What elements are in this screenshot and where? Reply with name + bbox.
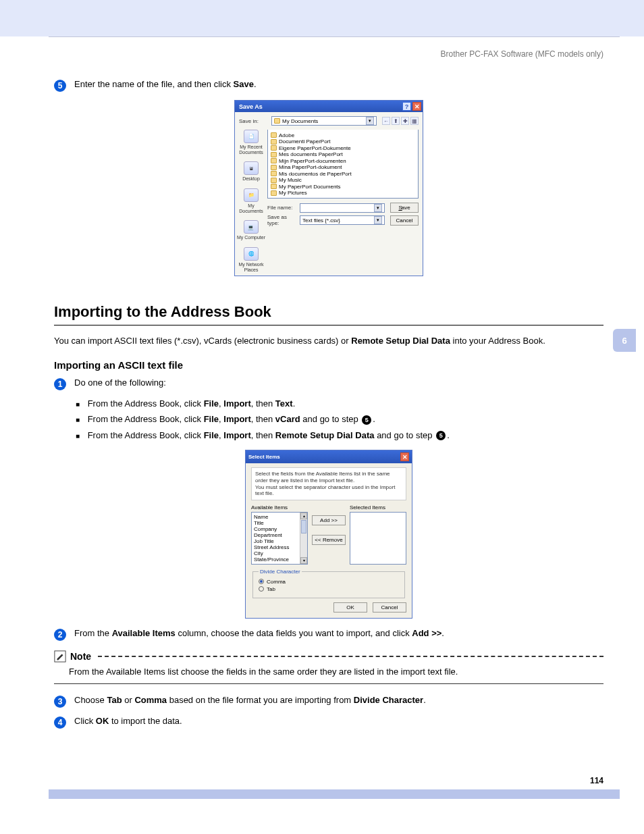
bullet-remote: From the Address Book, click File, Impor… [76,430,603,441]
file-dialog-toolbar: ← ⬆ ✚ ▦ [382,117,419,125]
save-as-dialog: Save As ? ✕ Save in: My Documents ▾ ← ⬆ … [234,100,423,276]
doc-header: Brother PC-FAX Software (MFC models only… [0,49,603,59]
save-in-label: Save in: [239,118,269,124]
note-body: From the Available Items list choose the… [69,667,603,677]
step-3-text: Choose Tab or Comma based on the file fo… [74,695,426,705]
selected-label: Selected Items [350,504,406,511]
radio-icon [259,586,264,592]
cancel-button[interactable]: Cancel [373,602,406,613]
add-button[interactable]: Add >> [312,515,346,525]
close-icon[interactable]: ✕ [412,102,421,111]
folder-item[interactable]: Mes documents PaperPort [279,151,343,157]
ok-button[interactable]: OK [333,602,367,613]
list-item[interactable]: Job Title [254,538,305,544]
chevron-down-icon[interactable]: ▾ [374,216,382,224]
list-item[interactable]: Title [254,520,305,526]
list-item[interactable]: Street Address [254,544,305,550]
folder-item[interactable]: Eigene PaperPort-Dokumente [279,145,351,151]
top-rule [49,36,620,37]
filename-label: File name: [267,205,297,211]
place-recent[interactable]: 📄My Recent Documents [236,130,266,155]
step-5: 5 Enter the name of the file, and then c… [54,79,603,92]
chapter-tab: 6 [613,329,636,352]
step-badge-2: 2 [54,629,66,641]
dialog-titlebar: Select Items ✕ [246,450,412,463]
scrollbar[interactable]: ▴ ▾ [300,513,307,564]
scroll-up-icon[interactable]: ▴ [300,513,307,519]
folder-icon [274,118,280,124]
save-in-value: My Documents [282,118,318,124]
dialog-title: Select Items [248,454,280,460]
note-divider [98,656,603,657]
help-icon[interactable]: ? [402,102,411,111]
scroll-down-icon[interactable]: ▾ [300,557,307,564]
step-2-text: From the Available Items column, choose … [74,628,444,638]
folder-item[interactable]: My Pictures [279,190,307,196]
page-number: 114 [0,776,603,785]
step-badge-5: 5 [54,80,66,92]
instructions: Select the fields from the Available Ite… [251,467,406,500]
folder-item[interactable]: Mijn PaperPort-documenten [279,158,346,164]
folder-item[interactable]: My PaperPort Documents [279,184,341,190]
list-item[interactable]: Name [254,514,305,520]
close-icon[interactable]: ✕ [400,452,409,461]
list-item[interactable]: Department [254,532,305,538]
folder-item[interactable]: Adobe [279,132,294,138]
scroll-thumb[interactable] [301,520,306,533]
filename-input[interactable]: ▾ [300,203,385,213]
step-badge-3: 3 [54,696,66,708]
step-5-post: . [254,79,257,89]
save-in-row: Save in: My Documents ▾ ← ⬆ ✚ ▦ [239,116,419,126]
list-item[interactable]: City [254,550,305,556]
new-folder-icon[interactable]: ✚ [401,117,409,125]
savetype-label: Save as type: [267,214,297,226]
remove-button[interactable]: << Remove [312,535,346,545]
radio-icon [259,579,264,584]
available-list[interactable]: Name Title Company Department Job Title … [251,512,308,565]
step-5-pre: Enter the name of the file, and then cli… [74,79,234,89]
back-icon[interactable]: ← [382,117,390,125]
chevron-down-icon[interactable]: ▾ [374,204,382,212]
save-in-select[interactable]: My Documents ▾ [271,116,377,126]
views-icon[interactable]: ▦ [410,117,419,125]
place-desktop[interactable]: 🖥Desktop [242,161,260,182]
step-badge-1: 1 [54,378,66,390]
folder-list[interactable]: Adobe Documenti PaperPort Eigene PaperPo… [267,130,419,199]
step-4: 4 Click OK to import the data. [54,716,603,729]
step-5-text: Enter the name of the file, and then cli… [74,79,257,89]
cancel-button[interactable]: Cancel [390,215,419,226]
divide-character-group: Divide Character Comma Tab [252,569,405,598]
bullet-text: From the Address Book, click File, Impor… [76,398,603,409]
dialog-titlebar: Save As ? ✕ [235,101,423,112]
folder-item[interactable]: Mina PaperPort-dokument [279,164,342,170]
savetype-select[interactable]: Text files {*.csv}▾ [300,215,385,225]
selected-list[interactable] [350,512,406,565]
folder-item[interactable]: Mis documentos de PaperPort [279,171,352,177]
bullet-vcard: From the Address Book, click File, Impor… [76,414,603,425]
step-4-text: Click OK to import the data. [74,716,182,726]
list-item[interactable]: Zip Code/Post Code [254,563,305,565]
list-item[interactable]: Company [254,526,305,532]
step-1: 1 Do one of the following: [54,377,603,390]
fieldset-legend: Divide Character [259,569,302,575]
dialog-title: Save As [239,103,263,110]
step-2: 2 From the Available Items column, choos… [54,628,603,641]
step-3: 3 Choose Tab or Comma based on the file … [54,695,603,708]
folder-item[interactable]: Documenti PaperPort [279,138,330,145]
note-bottom-rule [54,683,603,684]
place-computer[interactable]: 💻My Computer [237,220,265,240]
place-documents[interactable]: 📁My Documents [236,188,266,213]
up-icon[interactable]: ⬆ [392,117,400,125]
folder-item[interactable]: My Music [279,177,302,183]
place-network[interactable]: 🌐My Network Places [236,247,266,272]
radio-tab[interactable]: Tab [259,586,399,592]
note-label: Note [70,651,91,662]
subsection-title: Importing an ASCII text file [54,359,603,371]
save-button[interactable]: Save [390,203,419,213]
step-1-text: Do one of the following: [74,377,166,388]
note-box: Note From the Available Items list choos… [54,650,603,684]
step-5-bold: Save [234,79,254,89]
list-item[interactable]: State/Province [254,556,305,563]
chevron-down-icon[interactable]: ▾ [366,117,374,125]
radio-comma[interactable]: Comma [259,579,399,585]
